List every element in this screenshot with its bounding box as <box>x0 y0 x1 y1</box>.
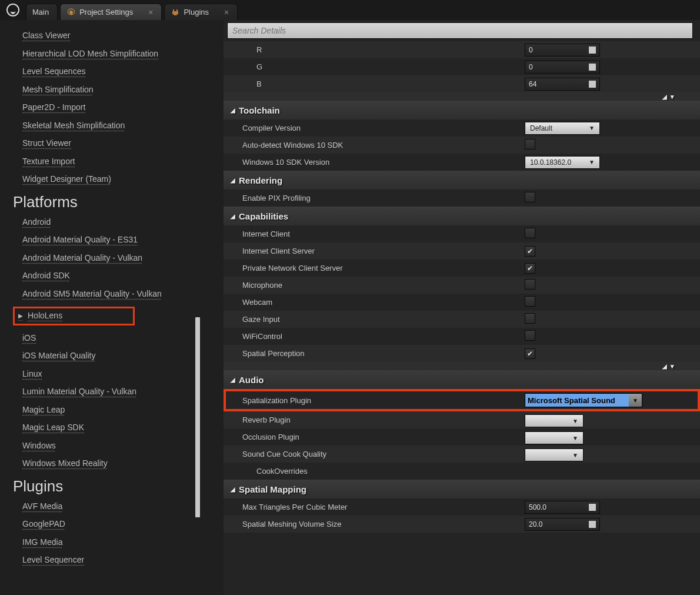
compiler-dropdown[interactable]: Default▼ <box>525 122 600 135</box>
spin-icon <box>589 46 596 54</box>
sdk-label: Windows 10 SDK Version <box>242 158 525 167</box>
sidebar-item[interactable]: iOS Material Quality <box>22 351 95 361</box>
cap-checkbox[interactable] <box>525 279 535 290</box>
close-icon[interactable]: × <box>148 8 153 16</box>
sidebar-item[interactable]: Level Sequences <box>22 67 85 77</box>
tab-project-settings[interactable]: Project Settings × <box>60 4 162 20</box>
reverb-dropdown[interactable]: ▼ <box>525 414 584 427</box>
cap-label: Webcam <box>242 298 525 307</box>
rgb-r-label: R <box>242 45 525 54</box>
sidebar-item[interactable]: AVF Media <box>22 501 62 512</box>
cap-label: Microphone <box>242 281 525 290</box>
sidebar-item[interactable]: Widget Designer (Team) <box>22 174 111 185</box>
cap-checkbox[interactable] <box>525 296 535 307</box>
sidebar-item[interactable]: Class Viewer <box>22 31 70 41</box>
sidebar-item[interactable]: Android Material Quality - Vulkan <box>22 253 142 264</box>
sidebar-heading-plugins: Plugins <box>13 477 224 496</box>
sidebar-item[interactable]: Texture Import <box>22 157 75 167</box>
search-row <box>227 22 700 39</box>
occlusion-dropdown[interactable]: ▼ <box>525 431 584 444</box>
r-spinner[interactable]: 0 <box>525 44 600 56</box>
chevron-down-icon: ▼ <box>572 418 578 424</box>
sidebar-item-hololens[interactable]: HoloLens <box>13 307 135 325</box>
sidebar-item[interactable]: iOS <box>22 333 36 344</box>
sidebar-item[interactable]: Windows Mixed Reality <box>22 458 108 469</box>
max-tri-spinner[interactable]: 500.0 <box>525 501 600 514</box>
cap-label: WiFiControl <box>242 332 525 341</box>
sdk-dropdown[interactable]: 10.0.18362.0▼ <box>525 156 600 169</box>
section-toolchain[interactable]: Toolchain <box>224 101 700 119</box>
rgb-g-label: G <box>242 62 525 71</box>
section-rendering[interactable]: Rendering <box>224 171 700 190</box>
cap-checkbox[interactable] <box>525 330 535 341</box>
occlusion-label: Occlusion Plugin <box>242 433 525 441</box>
sidebar-item[interactable]: Mesh Simplification <box>22 85 94 95</box>
sidebar-item[interactable]: Lumin Material Quality - Vulkan <box>22 387 136 397</box>
tab-bar: Main Project Settings × Plugins × <box>0 0 700 20</box>
spin-icon <box>589 504 596 511</box>
pix-label: Enable PIX Profiling <box>242 194 525 202</box>
cap-label: Gaze Input <box>242 315 525 324</box>
section-audio[interactable]: Audio <box>224 370 700 389</box>
chevron-down-icon: ▼ <box>572 435 578 441</box>
section-collapse[interactable]: ▾ <box>224 362 700 370</box>
sidebar-item[interactable]: Windows <box>22 441 56 451</box>
sidebar-item[interactable]: Android Material Quality - ES31 <box>22 235 138 245</box>
spin-icon <box>589 521 596 528</box>
chevron-down-icon: ▼ <box>629 394 642 407</box>
sidebar-label: HoloLens <box>28 311 62 321</box>
autodetect-label: Auto-detect Windows 10 SDK <box>242 141 525 149</box>
section-collapse[interactable]: ▾ <box>224 92 700 101</box>
sidebar-heading-platforms: Platforms <box>13 193 224 211</box>
sidebar-item[interactable]: Level Sequencer <box>22 555 84 566</box>
sidebar-item[interactable]: Android SDK <box>22 271 70 281</box>
sidebar-item[interactable]: IMG Media <box>22 537 62 548</box>
sidebar-item[interactable]: GooglePAD <box>22 519 65 530</box>
chevron-down-icon: ▼ <box>572 452 578 458</box>
cap-checkbox[interactable] <box>525 348 535 359</box>
soundcue-dropdown[interactable]: ▼ <box>525 448 584 461</box>
sidebar-item[interactable]: Struct Viewer <box>22 138 71 149</box>
tab-plugins[interactable]: Plugins × <box>164 4 238 20</box>
search-input[interactable] <box>227 22 693 39</box>
max-tri-label: Max Triangles Per Cubic Meter <box>242 503 525 511</box>
sidebar-item[interactable]: Linux <box>22 369 42 380</box>
scrollbar-thumb[interactable] <box>195 317 200 517</box>
spatialization-dropdown[interactable]: Microsoft Spatial Sound▼ <box>525 393 642 407</box>
rgb-b-label: B <box>242 79 525 88</box>
sidebar-item[interactable]: Skeletal Mesh Simplification <box>22 121 125 131</box>
sidebar-item[interactable]: Paper2D - Import <box>22 102 85 113</box>
section-spatial-mapping[interactable]: Spatial Mapping <box>224 480 700 498</box>
cap-checkbox[interactable] <box>525 313 535 324</box>
tab-main[interactable]: Main <box>26 4 58 20</box>
sidebar-item[interactable]: Android <box>22 217 51 228</box>
cap-checkbox[interactable] <box>525 228 535 238</box>
unreal-logo <box>0 0 26 20</box>
sidebar-item[interactable]: Magic Leap SDK <box>22 423 84 433</box>
chevron-down-icon: ▾ <box>671 363 674 370</box>
sidebar-item[interactable]: Hierarchical LOD Mesh Simplification <box>22 49 158 59</box>
sidebar-item[interactable]: Android SM5 Material Quality - Vulkan <box>22 289 162 300</box>
gear-icon <box>66 8 76 17</box>
spin-icon <box>589 64 596 71</box>
tab-label: Plugins <box>184 8 209 16</box>
autodetect-checkbox[interactable] <box>525 139 535 149</box>
chevron-down-icon: ▾ <box>671 93 674 101</box>
cap-checkbox[interactable] <box>525 246 535 257</box>
reverb-label: Reverb Plugin <box>242 415 525 424</box>
cook-label: CookOverrides <box>242 467 525 476</box>
section-capabilities[interactable]: Capabilities <box>224 207 700 225</box>
b-spinner[interactable]: 64 <box>525 78 600 91</box>
chevron-down-icon: ▼ <box>589 125 595 131</box>
vol-spinner[interactable]: 20.0 <box>525 518 600 531</box>
cap-checkbox[interactable] <box>525 263 535 274</box>
cap-label: Spatial Perception <box>242 349 525 358</box>
details-panel: R 0 G 0 B 64 ▾ Toolchain Compiler Versio… <box>224 20 700 595</box>
vol-label: Spatial Meshing Volume Size <box>242 520 525 528</box>
cap-label: Internet Client <box>242 230 525 238</box>
pix-checkbox[interactable] <box>525 192 535 202</box>
sidebar-item[interactable]: Magic Leap <box>22 405 65 415</box>
cap-label: Private Network Client Server <box>242 264 525 272</box>
g-spinner[interactable]: 0 <box>525 61 600 74</box>
close-icon[interactable]: × <box>224 8 229 16</box>
